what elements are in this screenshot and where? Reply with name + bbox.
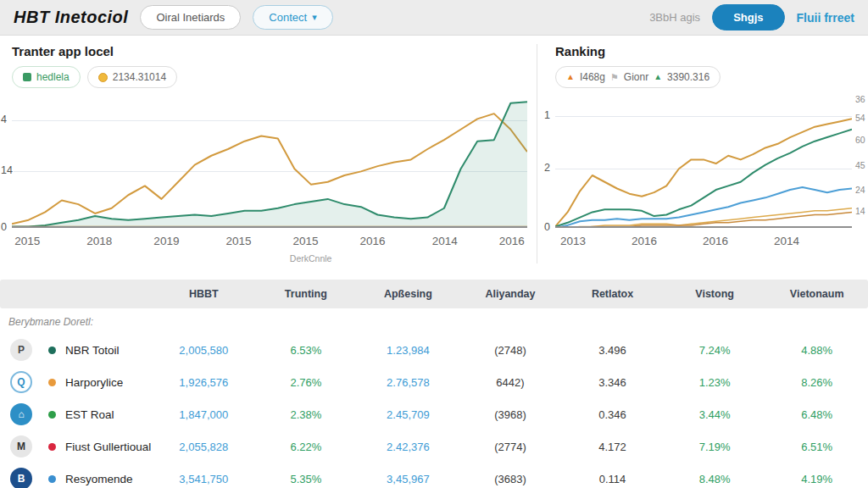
series-color-dot [48,411,56,419]
table-row[interactable]: B Resyomende 3,541,750 5.35% 3,45,967 (3… [0,463,868,488]
right-chart-x-axis: 2013201620162014 [555,233,852,252]
area-filter-chip[interactable]: hedlela [12,66,81,88]
ranking-chip-part2: Gionr [624,71,648,83]
ranking-chip-part1: I468g [580,71,605,83]
cell-apbesing: 2.45,709 [357,408,459,421]
cell-vistong: 7.19% [664,441,766,453]
row-label: NBR Totoil [65,344,120,357]
right-panel-badges: ▲ I468g ⚑ Gionr ▲ 3390.316 [555,66,852,88]
col-header-vietonaum[interactable]: Vietonaum [765,288,868,300]
q-avatar-icon: Q [10,371,32,393]
col-header-apbesing[interactable]: Apßesing [357,288,459,300]
series-color-dot [48,475,56,483]
contact-label: Contect [269,11,307,24]
cell-retlatox: 0.346 [561,408,664,421]
cell-vietonaum: 6.51% [765,441,868,453]
app-logo: HBT Inetociol [14,8,128,27]
cell-apbesing: 2.42,376 [357,441,459,453]
primary-action-button[interactable]: Shgjs [712,4,784,30]
cell-hbbt: 2,055,828 [153,441,255,453]
area-filter-label: hedlela [36,71,70,83]
header-link[interactable]: Fluii frreet [797,11,854,25]
cell-apbesing: 2.76,578 [357,376,459,389]
top-navbar: HBT Inetociol Oiral Inetiards Contect ▾ … [0,0,868,36]
chevron-down-icon: ▾ [312,12,317,23]
traffic-chart-panel: Tranter app locel hedlela 2134.31014 414… [12,44,527,252]
table-row[interactable]: P NBR Totoil 2,005,580 6.53% 1.23,984 (2… [0,334,868,366]
triangle-up-green-icon: ▲ [654,73,662,81]
cell-retlatox: 4.172 [561,441,664,453]
table-row[interactable]: ⌂ EST Roal 1,847,000 2.38% 2.45,709 (396… [0,398,868,430]
cell-vietonaum: 4.19% [765,473,868,485]
left-chart-x-axis: 20152018201920152015201620142016 [12,233,527,252]
cell-hbbt: 1,926,576 [153,376,255,389]
cell-retlatox: 0.114 [561,473,664,485]
series-color-dot [48,347,56,354]
cell-vistong: 1.23% [664,376,766,389]
table-section-label: Berybmane Doretl: [0,308,868,334]
value-chip[interactable]: 2134.31014 [87,66,177,88]
nav-pill-button[interactable]: Oiral Inetiards [140,5,241,30]
cell-aliyanday: (2748) [459,344,562,357]
cell-apbesing: 1.23,984 [357,344,459,357]
cell-aliyanday: 6442) [459,376,562,389]
grid-icon [23,73,31,81]
cell-hbbt: 1,847,000 [153,408,255,421]
col-header-hbbt[interactable]: HBBT [153,288,255,300]
ranking-chip-part3: 3390.316 [667,71,709,83]
coin-icon [98,73,108,82]
col-header-vistong[interactable]: Vistong [664,288,766,300]
cell-aliyanday: (2774) [459,441,562,453]
m-avatar-icon: M [10,435,32,458]
triangle-up-icon: ▲ [566,73,575,81]
right-panel-title: Ranking [555,44,852,63]
cell-hbbt: 2,005,580 [153,344,255,357]
cell-trunting: 6.22% [255,441,358,453]
series-color-dot [48,379,56,386]
ranking-filter-chip[interactable]: ▲ I468g ⚑ Gionr ▲ 3390.316 [555,66,721,88]
cell-trunting: 2.38% [255,408,358,421]
table-header-row: HBBT Trunting Apßesing Aliyanday Retlato… [0,280,868,308]
cell-vietonaum: 4.88% [765,344,868,357]
header-status-text: 3BbH agis [649,11,700,24]
col-header-trunting[interactable]: Trunting [255,288,358,300]
cell-trunting: 5.35% [255,473,358,485]
series-color-dot [48,443,56,451]
x-axis-line [555,226,852,228]
cell-vietonaum: 6.48% [765,408,868,421]
cell-hbbt: 3,541,750 [153,473,255,485]
line-chart-canvas [555,97,852,228]
cell-aliyanday: (3968) [459,408,562,421]
contact-dropdown[interactable]: Contect ▾ [253,5,332,30]
ranking-chart-panel: Ranking ▲ I468g ⚑ Gionr ▲ 3390.316 36546… [555,44,852,252]
table-row[interactable]: Q Harporylice 1,926,576 2.76% 2.76,578 6… [0,366,868,398]
cell-vistong: 3.44% [664,408,766,421]
x-axis-line [12,226,527,228]
value-chip-label: 2134.31014 [113,71,166,83]
cell-aliyanday: (3683) [459,473,562,485]
cell-trunting: 2.76% [255,376,358,389]
left-panel-title: Tranter app locel [12,44,527,63]
cell-apbesing: 3,45,967 [357,473,459,485]
line-chart: 365460452414 120 [555,97,852,228]
table-row[interactable]: M Fiust Gullertioual 2,055,828 6.22% 2.4… [0,430,868,463]
cell-vietonaum: 8.26% [765,376,868,389]
panel-divider [537,44,537,263]
b-avatar-icon: B [10,468,32,488]
metrics-table: HBBT Trunting Apßesing Aliyanday Retlato… [0,280,868,488]
area-chart: 4140 [12,97,527,228]
cell-trunting: 6.53% [255,344,358,357]
cell-vistong: 8.48% [664,473,766,485]
cell-vistong: 7.24% [664,344,766,357]
cell-retlatox: 3.496 [561,344,664,357]
right-edge-labels: 365460452414 [855,97,868,228]
area-chart-canvas [12,97,527,228]
left-chart-caption: DerkCnnle [290,253,332,263]
cell-retlatox: 3.346 [561,376,664,389]
row-label: Fiust Gullertioual [65,441,151,453]
col-header-aliyanday[interactable]: Aliyanday [459,288,562,300]
row-label: Harporylice [65,376,123,389]
row-label: Resyomende [65,473,133,485]
home-avatar-icon: ⌂ [10,403,32,425]
col-header-retlatox[interactable]: Retlatox [561,288,664,300]
